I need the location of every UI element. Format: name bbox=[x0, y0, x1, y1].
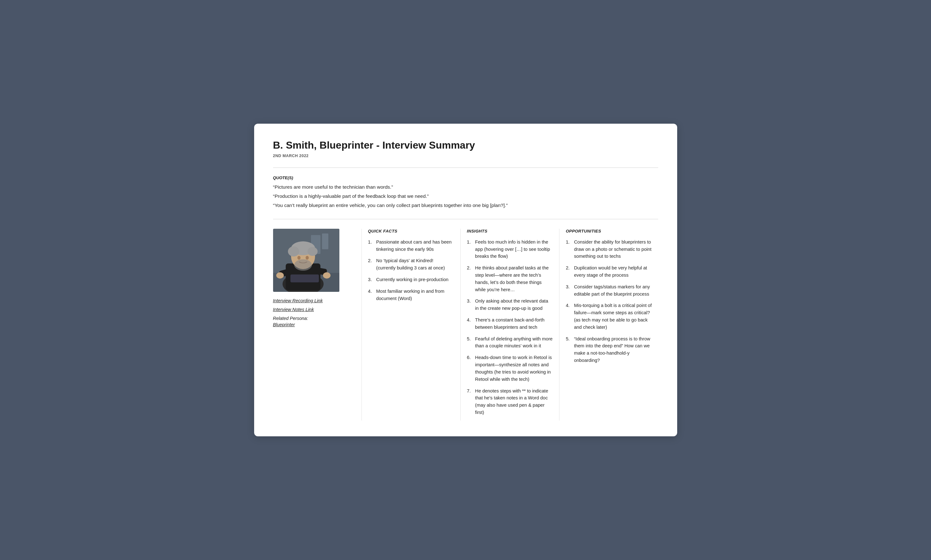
list-item: Fearful of deleting anything with more t… bbox=[467, 335, 553, 350]
svg-point-17 bbox=[323, 272, 331, 278]
insights-title: INSIGHTS bbox=[467, 229, 553, 234]
list-item: Heads-down time to work in Retool is imp… bbox=[467, 354, 553, 383]
opportunities-column: OPPORTUNITIES Consider the ability for b… bbox=[559, 229, 658, 420]
svg-point-12 bbox=[305, 256, 309, 260]
list-item: Passionate about cars and has been tinke… bbox=[368, 238, 454, 253]
list-item: Consider the ability for blueprinters to… bbox=[566, 238, 652, 260]
page-title: B. Smith, Blueprinter - Interview Summar… bbox=[273, 140, 658, 151]
interview-summary-card: B. Smith, Blueprinter - Interview Summar… bbox=[254, 124, 677, 436]
left-column: Interview Recording Link Interview Notes… bbox=[273, 229, 361, 420]
quick-facts-title: QUICK FACTS bbox=[368, 229, 454, 234]
svg-rect-3 bbox=[322, 234, 328, 249]
insights-column: INSIGHTS Feels too much info is hidden i… bbox=[460, 229, 559, 420]
list-item: Currently working in pre-production bbox=[368, 276, 454, 283]
list-item: Feels too much info is hidden in the app… bbox=[467, 238, 553, 260]
quotes-container: “Pictures are more useful to the technic… bbox=[273, 183, 658, 209]
list-item: Only asking about the relevant data in t… bbox=[467, 297, 553, 312]
svg-point-13 bbox=[294, 259, 312, 271]
insights-list: Feels too much info is hidden in the app… bbox=[467, 238, 553, 416]
svg-point-10 bbox=[307, 247, 318, 256]
list-item: There’s a constant back-and-forth betwee… bbox=[467, 317, 553, 331]
opportunities-title: OPPORTUNITIES bbox=[566, 229, 652, 234]
quote-text: “You can’t really blueprint an entire ve… bbox=[273, 202, 658, 209]
svg-point-16 bbox=[276, 272, 284, 278]
divider-2 bbox=[273, 219, 658, 219]
svg-point-11 bbox=[297, 256, 301, 260]
list-item: Consider tags/status markers for any edi… bbox=[566, 283, 652, 298]
page-date: 2ND MARCH 2022 bbox=[273, 154, 658, 158]
person-photo bbox=[273, 229, 339, 292]
main-content: Interview Recording Link Interview Notes… bbox=[273, 229, 658, 420]
list-item: No ‘typical days’ at Kindred! (currently… bbox=[368, 257, 454, 272]
quick-facts-column: QUICK FACTS Passionate about cars and ha… bbox=[361, 229, 460, 420]
divider-1 bbox=[273, 168, 658, 168]
related-persona-label: Related Persona: bbox=[273, 316, 352, 321]
list-item: Duplication would be very helpful at eve… bbox=[566, 265, 652, 279]
list-item: “Ideal onboarding process is to throw th… bbox=[566, 335, 652, 364]
quotes-section: QUOTE(S) “Pictures are more useful to th… bbox=[273, 175, 658, 209]
list-item: Mis-torquing a bolt is a critical point … bbox=[566, 302, 652, 331]
list-item: He denotes steps with ** to indicate tha… bbox=[467, 388, 553, 416]
opportunities-list: Consider the ability for blueprinters to… bbox=[566, 238, 652, 364]
interview-notes-link[interactable]: Interview Notes Link bbox=[273, 307, 352, 312]
interview-recording-link[interactable]: Interview Recording Link bbox=[273, 298, 352, 303]
svg-point-9 bbox=[288, 246, 299, 257]
list-item: Most familiar working in and from docume… bbox=[368, 288, 454, 302]
svg-rect-18 bbox=[290, 274, 319, 282]
quote-text: “Pictures are more useful to the technic… bbox=[273, 183, 658, 191]
quick-facts-list: Passionate about cars and has been tinke… bbox=[368, 238, 454, 302]
list-item: He thinks about parallel tasks at the st… bbox=[467, 265, 553, 293]
persona-link[interactable]: Blueprinter bbox=[273, 322, 352, 327]
quotes-label: QUOTE(S) bbox=[273, 175, 658, 180]
quote-text: “Production is a highly-valuable part of… bbox=[273, 192, 658, 200]
